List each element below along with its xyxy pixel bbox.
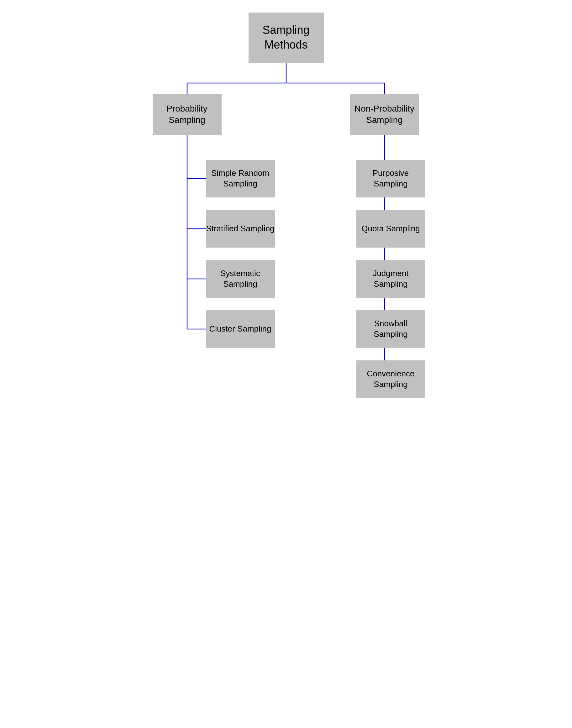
diagram-container: Sampling Methods Probability Sampling No…	[143, 6, 429, 414]
simple-random-sampling-box: Simple Random Sampling	[206, 160, 275, 198]
purposive-sampling-box: Purposive Sampling	[356, 160, 425, 198]
quota-sampling-box: Quota Sampling	[356, 210, 425, 247]
snowball-sampling-box: Snowball Sampling	[356, 310, 425, 348]
stratified-sampling-box: Stratified Sampling	[206, 210, 275, 247]
root-box: Sampling Methods	[248, 12, 324, 63]
cluster-sampling-box: Cluster Sampling	[206, 310, 275, 348]
judgment-sampling-box: Judgment Sampling	[356, 260, 425, 298]
nonprobability-sampling-box: Non-Probability Sampling	[350, 94, 419, 135]
probability-sampling-box: Probability Sampling	[153, 94, 222, 135]
systematic-sampling-box: Systematic Sampling	[206, 260, 275, 298]
convenience-sampling-box: Convenience Sampling	[356, 360, 425, 398]
